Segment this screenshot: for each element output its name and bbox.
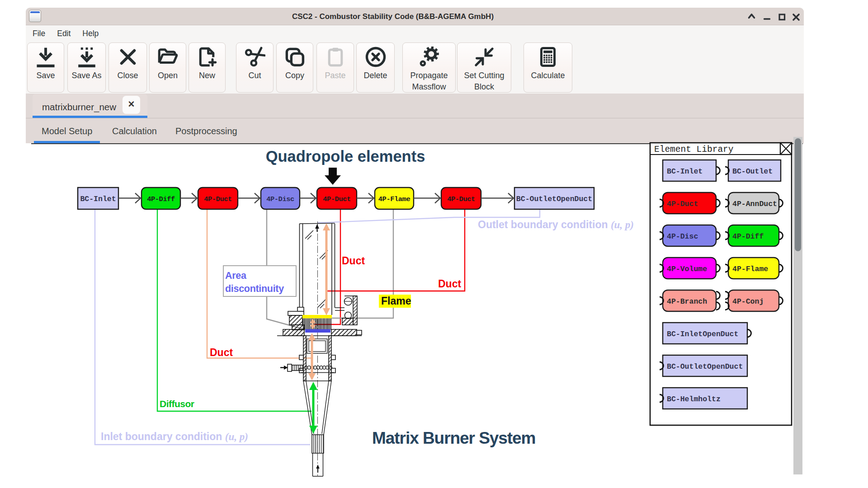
svg-text:4P-AnnDuct: 4P-AnnDuct [732, 200, 777, 208]
svg-text:discontinuity: discontinuity [225, 283, 284, 294]
svg-text:Duct: Duct [210, 347, 233, 358]
svg-text:BC-Outlet: BC-Outlet [732, 167, 773, 176]
svg-text:4P-Disc: 4P-Disc [667, 232, 698, 241]
svg-text:4P-Duct: 4P-Duct [204, 195, 232, 203]
svg-text:BC-Inlet: BC-Inlet [667, 167, 703, 176]
svg-text:BC-OutletOpenDuct: BC-OutletOpenDuct [516, 195, 592, 203]
svg-text:4P-Flame: 4P-Flame [378, 195, 410, 203]
svg-text:4P-Branch: 4P-Branch [667, 297, 707, 306]
svg-text:4P-Volume: 4P-Volume [667, 265, 707, 273]
svg-text:Matrix Burner System: Matrix Burner System [372, 429, 535, 447]
svg-text:Area: Area [225, 270, 247, 281]
svg-text:4P-Duct: 4P-Duct [667, 200, 698, 208]
svg-text:4P-Disc: 4P-Disc [266, 195, 294, 203]
svg-text:BC-Helmholtz: BC-Helmholtz [667, 395, 721, 404]
svg-text:BC-OutletOpenDuct: BC-OutletOpenDuct [667, 362, 743, 371]
svg-text:4P-Duct: 4P-Duct [447, 195, 475, 203]
svg-text:BC-Inlet: BC-Inlet [80, 195, 116, 203]
svg-text:4P-Conj: 4P-Conj [732, 297, 764, 306]
svg-text:4P-Flame: 4P-Flame [732, 265, 768, 273]
svg-text:Quadropole elements: Quadropole elements [266, 148, 425, 165]
svg-text:Element Library: Element Library [654, 145, 734, 155]
svg-text:Duct: Duct [438, 278, 461, 290]
svg-text:Outlet boundary condition (u,: Outlet boundary condition (u, p) [478, 219, 634, 230]
svg-text:Diffusor: Diffusor [160, 399, 194, 409]
svg-text:BC-InletOpenDuct: BC-InletOpenDuct [667, 330, 738, 338]
svg-text:Inlet boundary condition (u, p: Inlet boundary condition (u, p) [101, 431, 248, 442]
svg-text:4P-Duct: 4P-Duct [323, 195, 351, 203]
svg-text:Duct: Duct [342, 255, 365, 267]
svg-text:Flame: Flame [381, 295, 411, 307]
svg-text:4P-Diff: 4P-Diff [732, 232, 764, 241]
svg-text:4P-Diff: 4P-Diff [147, 195, 175, 203]
